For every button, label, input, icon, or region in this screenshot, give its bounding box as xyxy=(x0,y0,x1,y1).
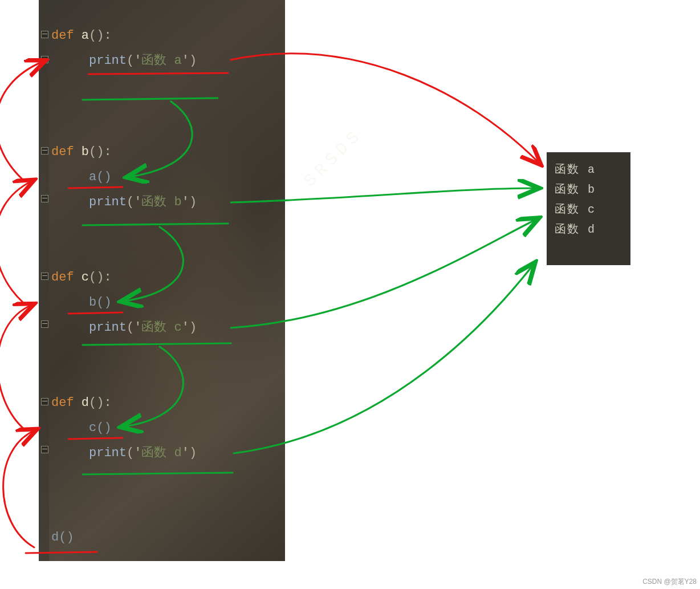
print-b: print('函数 b') xyxy=(89,195,197,210)
fold-marker xyxy=(41,273,48,280)
def-a: def a(): xyxy=(51,29,112,43)
footer-watermark: CSDN @贺茗Y28 xyxy=(642,577,697,587)
def-b: def b(): xyxy=(51,145,112,160)
output-line: 函数 b xyxy=(547,179,630,199)
output-line: 函数 c xyxy=(547,199,630,219)
call-c: c() xyxy=(89,421,112,436)
print-d: print('函数 d') xyxy=(89,446,197,461)
fold-marker xyxy=(41,147,48,155)
output-line: 函数 a xyxy=(547,159,630,179)
fold-marker xyxy=(41,320,48,328)
def-d: def d(): xyxy=(51,396,112,411)
fold-marker xyxy=(41,195,48,202)
diagram-canvas: def a(): print('函数 a') def b(): a() prin… xyxy=(0,0,700,589)
call-a: a() xyxy=(89,170,112,185)
code-editor: def a(): print('函数 a') def b(): a() prin… xyxy=(39,0,285,561)
call-b: b() xyxy=(89,295,112,310)
fold-marker xyxy=(41,56,48,63)
fold-marker xyxy=(41,31,48,38)
watermark-diagonal: SRSDS xyxy=(300,125,367,191)
fold-marker xyxy=(41,446,48,453)
gutter xyxy=(39,0,49,561)
entry-call: d() xyxy=(51,530,74,545)
output-line: 函数 d xyxy=(547,219,630,239)
fold-marker xyxy=(41,398,48,405)
def-c: def c(): xyxy=(51,270,112,285)
print-a: print('函数 a') xyxy=(89,54,197,68)
print-c: print('函数 c') xyxy=(89,320,197,335)
output-panel: 函数 a 函数 b 函数 c 函数 d xyxy=(547,152,630,265)
